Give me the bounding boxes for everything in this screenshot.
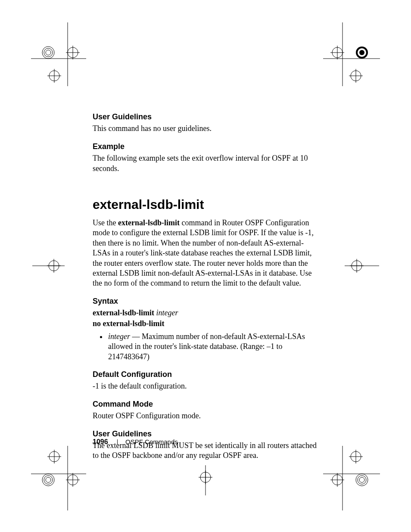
svg-point-39 (44, 476, 53, 484)
svg-point-21 (359, 50, 364, 55)
text-command-mode: Router OSPF Configuration mode. (93, 411, 321, 421)
heading-default-config: Default Configuration (93, 370, 321, 380)
heading-user-guidelines-2: User Guidelines (93, 429, 321, 439)
command-title: external-lsdb-limit (93, 196, 321, 213)
command-intro: Use the external-lsdb-limit command in R… (93, 218, 321, 289)
syntax-arg: integer (156, 308, 178, 317)
text-example: The following example sets the exit over… (93, 153, 321, 174)
heading-example: Example (93, 142, 321, 152)
intro-prefix: Use the (93, 218, 118, 227)
syntax-command: external-lsdb-limit (93, 308, 154, 317)
chapter-name: OSPF Commands (125, 438, 178, 445)
svg-point-40 (46, 477, 51, 482)
text-default-config: -1 is the default configuration. (93, 381, 321, 391)
svg-point-55 (359, 477, 364, 482)
footer-separator (117, 439, 118, 445)
svg-point-10 (46, 50, 51, 55)
syntax-no-form: no external-lsdb-limit (93, 319, 321, 329)
page-content: User Guidelines This command has no user… (93, 112, 321, 462)
heading-syntax: Syntax (93, 296, 321, 306)
heading-command-mode: Command Mode (93, 399, 321, 409)
syntax-line-1: external-lsdb-limit integer (93, 308, 321, 318)
bullet-text: — Maximum number of non-default AS-exter… (108, 332, 305, 361)
page-number: 1096 (93, 438, 108, 445)
bullet-arg: integer (108, 332, 130, 341)
svg-point-54 (358, 476, 366, 484)
heading-user-guidelines-1: User Guidelines (93, 112, 321, 122)
svg-point-9 (44, 48, 53, 57)
intro-command-name: external-lsdb-limit (118, 218, 180, 227)
syntax-bullet-item: integer — Maximum number of non-default … (107, 332, 321, 362)
page-footer: 1096 OSPF Commands (93, 438, 178, 446)
syntax-bullet-list: integer — Maximum number of non-default … (93, 332, 321, 362)
text-user-guidelines-1: This command has no user guidelines. (93, 124, 321, 134)
intro-rest: command in Router OSPF Configuration mod… (93, 218, 314, 287)
